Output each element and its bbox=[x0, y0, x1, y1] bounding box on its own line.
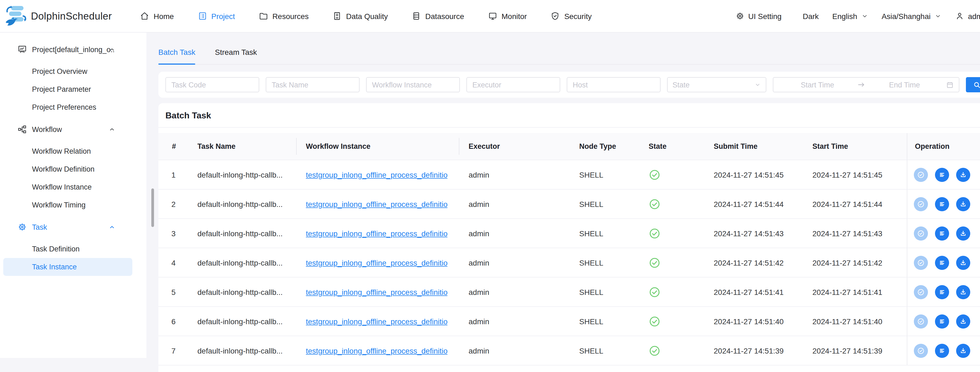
table-body: 1 default-inlong-http-callb... testgroup… bbox=[158, 160, 980, 366]
nav-item-data-quality[interactable]: Data Quality bbox=[332, 11, 388, 21]
sidebar-item-task-instance[interactable]: Task Instance bbox=[3, 258, 132, 276]
brand-name: DolphinScheduler bbox=[31, 10, 112, 22]
download-log-button[interactable] bbox=[956, 226, 970, 240]
submit-time-cell: 2024-11-27 14:51:44 bbox=[710, 190, 807, 218]
sidebar-item-project-root[interactable]: Project[default_inlong_o... bbox=[0, 37, 146, 62]
force-success-button[interactable] bbox=[914, 343, 928, 358]
task-name-cell: default-inlong-http-callb... bbox=[191, 278, 296, 306]
workflow-instance-input[interactable] bbox=[366, 77, 460, 92]
main-content: Batch Task Stream Task State Start Time … bbox=[158, 33, 980, 372]
force-success-button[interactable] bbox=[914, 226, 928, 240]
sidebar-item-label: Project[default_inlong_o... bbox=[32, 45, 115, 53]
sidebar-item-project-parameter[interactable]: Project Parameter bbox=[0, 80, 146, 98]
view-log-button[interactable] bbox=[935, 285, 949, 299]
workflow-instance-link[interactable]: testgroup_inlong_offline_process_definit… bbox=[306, 317, 448, 326]
timezone-select[interactable]: Asia/Shanghai bbox=[881, 12, 942, 20]
view-log-button[interactable] bbox=[935, 168, 949, 182]
download-log-button[interactable] bbox=[956, 314, 970, 328]
download-icon bbox=[959, 258, 967, 267]
sidebar-item-workflow-instance[interactable]: Workflow Instance bbox=[0, 178, 146, 196]
project-board-icon bbox=[18, 45, 27, 54]
task-name-input[interactable] bbox=[266, 77, 360, 92]
start-time-cell: 2024-11-27 14:51:40 bbox=[807, 307, 907, 335]
workflow-instance-cell: testgroup_inlong_offline_process_definit… bbox=[296, 160, 459, 189]
log-icon bbox=[938, 170, 947, 179]
row-index: 6 bbox=[158, 307, 191, 335]
theme-toggle[interactable]: Dark bbox=[803, 12, 819, 20]
task-code-input[interactable] bbox=[165, 77, 259, 92]
force-success-button[interactable] bbox=[914, 285, 928, 299]
force-success-button[interactable] bbox=[914, 168, 928, 182]
download-log-button[interactable] bbox=[956, 197, 970, 211]
workflow-instance-link[interactable]: testgroup_inlong_offline_process_definit… bbox=[306, 258, 448, 267]
brand[interactable]: DolphinScheduler bbox=[5, 5, 112, 27]
force-success-button[interactable] bbox=[914, 197, 928, 211]
force-success-button[interactable] bbox=[914, 314, 928, 328]
force-success-button[interactable] bbox=[914, 255, 928, 270]
col-header-task-name: Task Name bbox=[191, 133, 296, 160]
download-icon bbox=[959, 170, 967, 179]
user-menu[interactable]: admin bbox=[955, 11, 980, 21]
sidebar: Project[default_inlong_o... Project Over… bbox=[0, 33, 146, 358]
download-log-button[interactable] bbox=[956, 255, 970, 270]
chevron-up-icon bbox=[108, 126, 116, 133]
node-type-cell: SHELL bbox=[575, 248, 644, 277]
timezone-label: Asia/Shanghai bbox=[881, 12, 931, 20]
download-log-button[interactable] bbox=[956, 285, 970, 299]
node-type-cell: SHELL bbox=[575, 219, 644, 247]
sidebar-item-project-preferences[interactable]: Project Preferences bbox=[0, 98, 146, 116]
view-log-button[interactable] bbox=[935, 314, 949, 328]
row-index: 3 bbox=[158, 219, 191, 247]
time-range-picker[interactable]: Start Time End Time bbox=[773, 77, 959, 92]
workflow-instance-link[interactable]: testgroup_inlong_offline_process_definit… bbox=[306, 229, 448, 238]
sidebar-item-workflow-relation[interactable]: Workflow Relation bbox=[0, 142, 146, 160]
workflow-instance-link[interactable]: testgroup_inlong_offline_process_definit… bbox=[306, 170, 448, 179]
task-gear-icon bbox=[18, 222, 27, 232]
sidebar-item-task-root[interactable]: Task bbox=[0, 214, 146, 240]
ui-setting-button[interactable]: UI Setting bbox=[735, 11, 781, 21]
operation-cell bbox=[907, 219, 980, 247]
workflow-instance-link[interactable]: testgroup_inlong_offline_process_definit… bbox=[306, 346, 448, 355]
download-log-button[interactable] bbox=[956, 168, 970, 182]
workflow-instance-cell: testgroup_inlong_offline_process_definit… bbox=[296, 190, 459, 218]
download-log-button[interactable] bbox=[956, 343, 970, 358]
language-select[interactable]: English bbox=[832, 12, 868, 20]
nav-item-monitor[interactable]: Monitor bbox=[488, 11, 527, 21]
theme-label: Dark bbox=[803, 12, 819, 20]
success-state-icon bbox=[649, 345, 660, 356]
sidebar-item-workflow-definition[interactable]: Workflow Definition bbox=[0, 160, 146, 178]
table-row: 4 default-inlong-http-callb... testgroup… bbox=[158, 248, 980, 278]
col-header-workflow-instance: Workflow Instance bbox=[296, 133, 459, 160]
calendar-icon bbox=[946, 81, 954, 89]
view-log-button[interactable] bbox=[935, 255, 949, 270]
sidebar-item-workflow-root[interactable]: Workflow bbox=[0, 116, 146, 142]
state-select[interactable]: State bbox=[667, 77, 766, 92]
sidebar-scrollbar-thumb[interactable] bbox=[151, 188, 154, 227]
state-cell bbox=[644, 307, 710, 335]
workflow-instance-link[interactable]: testgroup_inlong_offline_process_definit… bbox=[306, 200, 448, 208]
nav-item-home[interactable]: Home bbox=[140, 11, 174, 21]
sidebar-item-task-definition[interactable]: Task Definition bbox=[0, 240, 146, 258]
tab-batch-task[interactable]: Batch Task bbox=[158, 48, 195, 64]
search-button[interactable] bbox=[966, 77, 980, 92]
check-circle-icon bbox=[916, 258, 925, 267]
host-input[interactable] bbox=[567, 77, 660, 92]
view-log-button[interactable] bbox=[935, 197, 949, 211]
sidebar-item-workflow-timing[interactable]: Workflow Timing bbox=[0, 196, 146, 214]
nav-item-security[interactable]: Security bbox=[551, 11, 592, 21]
nav-item-resources[interactable]: Resources bbox=[259, 11, 309, 21]
view-log-button[interactable] bbox=[935, 226, 949, 240]
executor-cell: admin bbox=[459, 336, 575, 365]
log-icon bbox=[938, 229, 947, 238]
workflow-instance-cell: testgroup_inlong_offline_process_definit… bbox=[296, 219, 459, 247]
nav-item-project[interactable]: Project bbox=[198, 11, 235, 21]
nav-item-datasource[interactable]: Datasource bbox=[412, 11, 464, 21]
nav-item-label: Security bbox=[564, 12, 592, 20]
executor-input[interactable] bbox=[466, 77, 560, 92]
tab-stream-task[interactable]: Stream Task bbox=[215, 48, 257, 64]
log-icon bbox=[938, 287, 947, 296]
submit-time-cell: 2024-11-27 14:51:40 bbox=[710, 307, 807, 335]
workflow-instance-link[interactable]: testgroup_inlong_offline_process_definit… bbox=[306, 287, 448, 296]
view-log-button[interactable] bbox=[935, 343, 949, 358]
sidebar-item-project-overview[interactable]: Project Overview bbox=[0, 62, 146, 80]
